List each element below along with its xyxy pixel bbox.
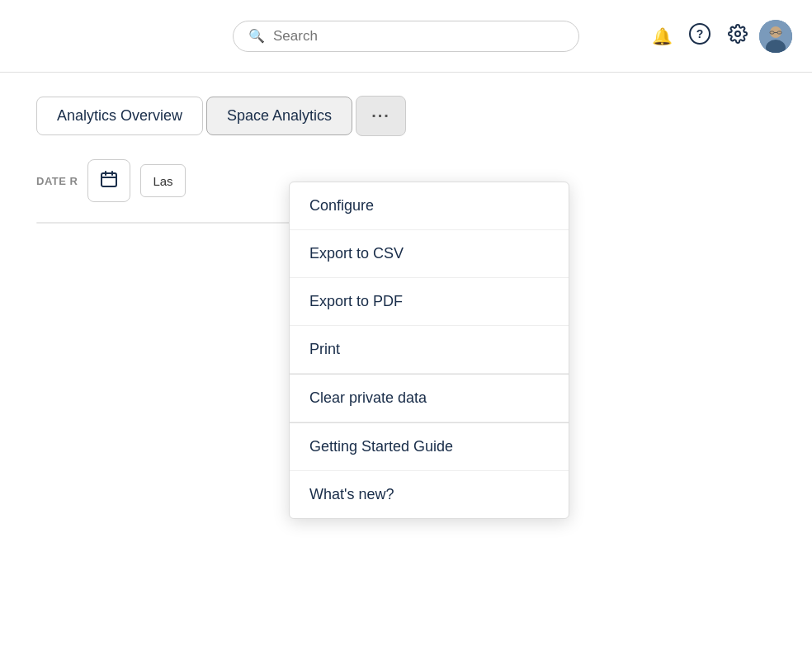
bell-icon: 🔔 xyxy=(652,26,673,46)
svg-rect-8 xyxy=(102,173,116,186)
user-avatar[interactable] xyxy=(759,20,792,53)
search-input[interactable] xyxy=(273,28,564,45)
search-bar[interactable]: 🔍 xyxy=(233,21,579,52)
menu-item-print[interactable]: Print xyxy=(290,326,569,374)
menu-item-configure[interactable]: Configure xyxy=(290,182,569,230)
calendar-button[interactable] xyxy=(87,159,130,202)
header-actions: 🔔 ? xyxy=(645,20,792,53)
avatar-image xyxy=(759,20,792,53)
calendar-icon xyxy=(100,170,118,192)
menu-item-getting-started-guide[interactable]: Getting Started Guide xyxy=(290,422,569,471)
tab-analytics-overview[interactable]: Analytics Overview xyxy=(36,97,203,135)
date-filter-label: DATE R xyxy=(36,175,78,187)
gear-icon xyxy=(728,24,748,48)
help-button[interactable]: ? xyxy=(683,20,716,53)
tabs-row: Analytics Overview Space Analytics ··· xyxy=(0,73,812,136)
tab-space-analytics[interactable]: Space Analytics xyxy=(206,97,352,135)
date-select-button[interactable]: Las xyxy=(140,164,185,197)
dropdown-menu: Configure Export to CSV Export to PDF Pr… xyxy=(289,182,569,519)
notifications-button[interactable]: 🔔 xyxy=(645,20,678,53)
menu-item-clear-private-data[interactable]: Clear private data xyxy=(290,374,569,422)
menu-item-export-pdf[interactable]: Export to PDF xyxy=(290,278,569,326)
more-options-button[interactable]: ··· xyxy=(356,96,406,136)
app-header: 🔍 🔔 ? xyxy=(0,0,812,73)
menu-item-whats-new[interactable]: What's new? xyxy=(290,471,569,518)
settings-button[interactable] xyxy=(721,20,754,53)
svg-text:?: ? xyxy=(696,27,704,40)
more-icon: ··· xyxy=(371,106,390,125)
menu-item-export-csv[interactable]: Export to CSV xyxy=(290,230,569,278)
search-icon: 🔍 xyxy=(248,28,265,44)
help-icon: ? xyxy=(689,23,710,50)
